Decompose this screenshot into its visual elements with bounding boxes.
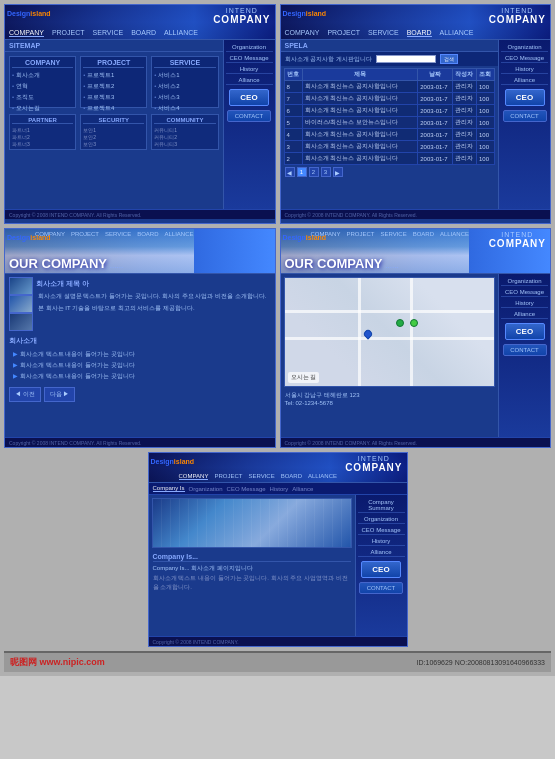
td-author: 관리자 [452,153,476,165]
sitemap-item: 오시는길 [12,103,73,114]
table-row: 2 회사소개 최신뉴스 공지사항입니다 2003-01-7 관리자 100 [284,153,495,165]
ceo-button-2[interactable]: CEO [505,89,545,106]
contact-button-1[interactable]: CONTACT [227,110,271,122]
nav2-service[interactable]: SERVICE [368,29,399,37]
td-title[interactable]: 회사소개 최신뉴스 공지사항입니다 [302,141,418,153]
sidebar-link-history-2[interactable]: History [501,65,548,74]
nav-alliance[interactable]: ALLIANCE [164,29,198,37]
nav-project[interactable]: PROJECT [52,29,85,37]
ceo-button-1[interactable]: CEO [229,89,269,106]
nav-service[interactable]: SERVICE [93,29,124,37]
subnav-history[interactable]: History [270,486,289,492]
sidebar-link-ceo-4[interactable]: CEO Message [501,288,548,297]
sub-nav: Company Is Organization CEO Message Hist… [149,483,407,495]
sidebar-link-alliance-5[interactable]: Alliance [358,548,405,557]
map-marker-green2 [410,319,418,327]
page-1[interactable]: 1 [297,167,307,177]
nav4-project[interactable]: PROJECT [346,231,374,237]
sidebar-link-org-2[interactable]: Organization [501,43,548,52]
mockup-main-2: SPELA 회사소개 공지사항 게시판입니다 검색 번호 [281,40,499,209]
nav5-board[interactable]: BOARD [281,473,302,480]
prev-btn[interactable]: ◀ 이전 [9,387,41,402]
nav5-service[interactable]: SERVICE [248,473,274,480]
td-title[interactable]: 바이러스/최신뉴스 보안뉴스입니다 [302,117,418,129]
nav2-board[interactable]: BOARD [407,29,432,37]
ceo-button-5[interactable]: CEO [361,561,401,578]
nav2-company[interactable]: COMPANY [285,29,320,37]
building-image [152,498,352,548]
sidebar-link-org-5[interactable]: Organization [358,515,405,524]
mockup-our-company: Designisland COMPANY PROJECT SERVICE BOA… [4,228,276,448]
section-project: PROJECT 프로젝트1 프로젝트2 프로젝트3 프로젝트4 [80,56,147,108]
contact-button-4[interactable]: CONTACT [503,344,547,356]
nav2-project[interactable]: PROJECT [327,29,360,37]
sidebar-link-ceo-2[interactable]: CEO Message [501,54,548,63]
nav5-project[interactable]: PROJECT [214,473,242,480]
page-3[interactable]: 3 [321,167,331,177]
td-title[interactable]: 회사소개 최신뉴스 공지사항입니다 [302,105,418,117]
security-title: SECURITY [83,117,144,124]
td-title[interactable]: 회사소개 최신뉴스 공지사항입니다 [302,93,418,105]
nav5-alliance[interactable]: ALLIANCE [308,473,337,480]
nav-board[interactable]: BOARD [131,29,156,37]
mockup-footer-4: Copyright © 2008 INTEND COMPANY. All Rig… [281,437,551,447]
search-input-mock[interactable] [376,55,436,63]
section-service-title: SERVICE [154,59,215,68]
nav3-service[interactable]: SERVICE [105,231,131,237]
td-views: 100 [476,93,494,105]
subnav-ceo[interactable]: CEO Message [227,486,266,492]
map-road-v2 [410,278,413,386]
subnav-alliance[interactable]: Alliance [292,486,313,492]
nav3-board[interactable]: BOARD [137,231,158,237]
sidebar-link-alliance-2[interactable]: Alliance [501,76,548,85]
sidebar-link-org-4[interactable]: Organization [501,277,548,286]
contact-button-5[interactable]: CONTACT [359,582,403,594]
nav2-alliance[interactable]: ALLIANCE [440,29,474,37]
map-label: 오시는 길 [288,372,320,383]
company-logo-5: INTEND COMPANY [345,455,402,473]
bullet-list: ▶ 회사소개 텍스트 내용이 들어가는 곳입니다 ▶ 회사소개 텍스트 내용이 … [9,347,271,384]
nipic-logo: 昵图网 www.nipic.com [10,656,105,669]
contact-button-2[interactable]: CONTACT [503,110,547,122]
sidebar-link-org[interactable]: Organization [226,43,273,52]
td-date: 2003-01-7 [418,117,452,129]
mockup-body-4: 오시는 길 서울시 강남구 테헤란로 123 Tel: 02-1234-5678… [281,274,551,437]
page-prev[interactable]: ◀ [285,167,295,177]
community-item: 커뮤니티1 [154,126,215,133]
td-author: 관리자 [452,117,476,129]
td-date: 2003-01-7 [418,105,452,117]
our-company-dots-2: ...... [385,261,398,270]
nav4-alliance[interactable]: ALLIANCE [440,231,469,237]
subnav-active[interactable]: Company Is [153,485,185,492]
nav3-alliance[interactable]: ALLIANCE [165,231,194,237]
td-title[interactable]: 회사소개 최신뉴스 공지사항입니다 [302,153,418,165]
design-text-blue-2: Design [283,10,306,17]
td-title[interactable]: 회사소개 최신뉴스 공지사항입니다 [302,81,418,93]
search-button[interactable]: 검색 [440,54,458,64]
ceo-button-4[interactable]: CEO [505,323,545,340]
nav-company[interactable]: COMPANY [9,29,44,37]
td-title[interactable]: 회사소개 최신뉴스 공지사항입니다 [302,129,418,141]
td-views: 100 [476,81,494,93]
sidebar-link-alliance[interactable]: Alliance [226,76,273,85]
partner-item: 파트너2 [12,133,73,140]
sidebar-link-ceo-5[interactable]: CEO Message [358,526,405,535]
subnav-org[interactable]: Organization [189,486,223,492]
nav5-company[interactable]: COMPANY [179,473,209,480]
td-num: 8 [284,81,302,93]
mockup-body-3: 회사소개 제목 아 회사소개 설명문 텍스트가 들어가는 곳입니다. 회사의 주… [5,274,275,437]
sidebar-link-history[interactable]: History [226,65,273,74]
sidebar-link-history-5[interactable]: History [358,537,405,546]
nav3-project[interactable]: PROJECT [71,231,99,237]
sidebar-link-summary-5[interactable]: Company Summary [358,498,405,513]
sidebar-link-history-4[interactable]: History [501,299,548,308]
mockup-company-info: Designisland COMPANY PROJECT SERVICE BOA… [148,452,408,647]
page-2[interactable]: 2 [309,167,319,177]
td-views: 100 [476,117,494,129]
page-next[interactable]: ▶ [333,167,343,177]
sidebar-link-alliance-4[interactable]: Alliance [501,310,548,319]
nav4-service[interactable]: SERVICE [380,231,406,237]
nav4-board[interactable]: BOARD [413,231,434,237]
sidebar-link-ceo[interactable]: CEO Message [226,54,273,63]
next-btn[interactable]: 다음 ▶ [44,387,76,402]
